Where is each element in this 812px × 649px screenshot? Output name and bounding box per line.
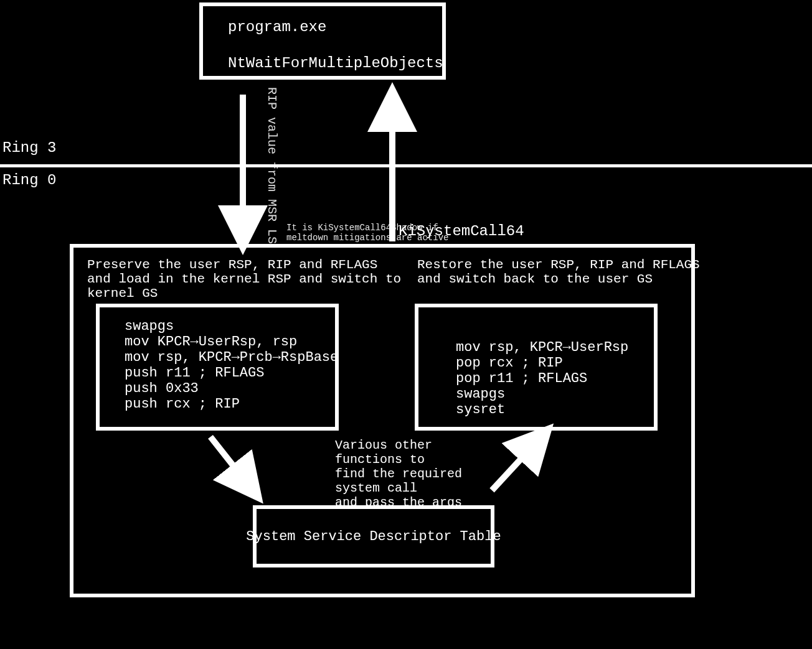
arrows-overlay	[0, 0, 812, 649]
diagram-stage: program.exe NtWaitForMultipleObjects Rin…	[0, 0, 812, 649]
arrow-entry-to-ssdt	[210, 437, 248, 484]
arrow-ssdt-to-exit	[492, 442, 537, 490]
